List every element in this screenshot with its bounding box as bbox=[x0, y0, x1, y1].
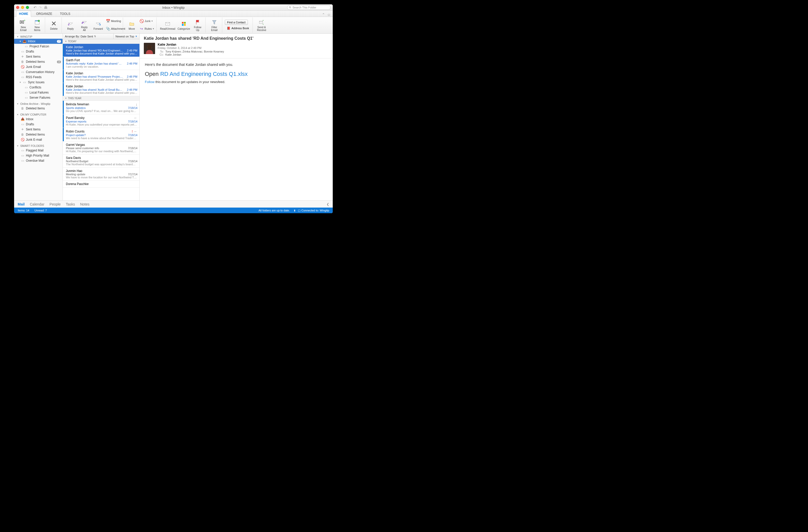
message-list[interactable]: TODAY Katie Jordan Katie Jordan has shar… bbox=[63, 39, 140, 201]
rules-button[interactable]: ↪Rules▾ bbox=[140, 25, 155, 32]
account-header-on-my-computer[interactable]: ON MY COMPUTER bbox=[14, 113, 62, 117]
folder-drafts[interactable]: ▭Drafts bbox=[14, 49, 62, 54]
filter-email-button[interactable]: Filter Email bbox=[208, 17, 220, 33]
group-this-year[interactable]: THIS YEAR bbox=[63, 96, 140, 101]
status-sync: All folders are up to date. bbox=[258, 209, 290, 212]
folder-omc-drafts[interactable]: ▭Drafts bbox=[14, 122, 62, 127]
junk-icon: 🚫 bbox=[140, 17, 144, 25]
folder-local-failures[interactable]: ▭Local Failures bbox=[14, 90, 62, 95]
to-label: To: bbox=[158, 50, 164, 53]
quick-access-toolbar: ↶ ↷ 🖶 bbox=[34, 5, 48, 10]
nav-notes[interactable]: Notes bbox=[80, 202, 90, 206]
follow-link[interactable]: Follow bbox=[145, 80, 154, 84]
message-item[interactable]: Robin Counts!← Project update?7/18/14 We… bbox=[63, 128, 140, 141]
folder-flagged-mail[interactable]: ▭Flagged Mail bbox=[14, 148, 62, 153]
collapse-ribbon-icon[interactable]: ⌃ bbox=[322, 13, 325, 17]
new-email-button[interactable]: ✉＋New Email bbox=[17, 17, 30, 33]
message-item[interactable]: Garth Fort Automatic reply: Katie Jordan… bbox=[63, 57, 140, 70]
folder-omc-deleted[interactable]: 🗑Deleted Items bbox=[14, 132, 62, 137]
redo-icon[interactable]: ↷ bbox=[39, 5, 42, 10]
print-icon[interactable]: 🖶 bbox=[44, 5, 48, 10]
follow-up-button[interactable]: Follow Up bbox=[191, 17, 204, 33]
message-item[interactable]: Junmin Hao Meeting update7/17/14 We have… bbox=[63, 168, 140, 180]
read-unread-button[interactable]: Read/Unread bbox=[159, 17, 176, 33]
follow-line: Follow this document to get updates in y… bbox=[145, 80, 328, 84]
folder-conflicts[interactable]: ▭Conflicts bbox=[14, 85, 62, 90]
folder-sent-items[interactable]: ✈Sent Items bbox=[14, 54, 62, 59]
attachment-button[interactable]: 📎Attachment bbox=[106, 25, 121, 32]
message-item[interactable]: Katie Jordan Katie Jordan has shared 'RD… bbox=[63, 44, 140, 57]
trash-icon: 🗑 bbox=[21, 107, 24, 110]
folder-oa-deleted[interactable]: 🗑Deleted Items bbox=[14, 106, 62, 111]
nav-mail[interactable]: Mail bbox=[18, 202, 24, 206]
sent-icon: ✈ bbox=[21, 55, 24, 58]
open-document-line: Open RD And Engineering Costs Q1.xlsx bbox=[145, 71, 328, 77]
rules-icon: ↪ bbox=[140, 25, 144, 32]
tab-home[interactable]: HOME bbox=[16, 11, 31, 17]
message-item[interactable]: Dorena Paschke bbox=[63, 180, 140, 188]
delete-button[interactable]: ✕Delete bbox=[48, 17, 60, 33]
svg-rect-9 bbox=[182, 24, 184, 25]
message-item[interactable]: Katie Jordan Katie Jordan has shared 'Au… bbox=[63, 83, 140, 96]
undo-icon[interactable]: ↶ bbox=[34, 5, 37, 10]
group-today[interactable]: TODAY bbox=[63, 39, 140, 44]
message-date: Friday, October 3, 2014 at 2:49 PM bbox=[158, 46, 224, 50]
new-items-button[interactable]: +New Items bbox=[31, 17, 43, 33]
maximize-icon[interactable] bbox=[26, 6, 29, 9]
smart-folders-header[interactable]: SMART FOLDERS bbox=[14, 144, 62, 148]
account-header-online-archive[interactable]: Online Archive - Wingtip bbox=[14, 102, 62, 106]
nav-calendar[interactable]: Calendar bbox=[30, 202, 44, 206]
folder-high-priority[interactable]: ▭High Priority Mail bbox=[14, 153, 62, 158]
folder-inbox[interactable]: ▼📥Inbox7 bbox=[14, 39, 62, 44]
message-item[interactable]: Sara Davis Northwind Budget7/18/14 The N… bbox=[63, 154, 140, 168]
smiley-icon[interactable]: ☺ bbox=[327, 13, 331, 17]
arrange-by-button[interactable]: Arrange By: Date Sent⇅ bbox=[63, 35, 113, 38]
folder-omc-junk[interactable]: 🚫Junk E-mail bbox=[14, 137, 62, 142]
folder-junk-email[interactable]: 🚫Junk Email bbox=[14, 64, 62, 70]
junk-button[interactable]: 🚫Junk▾ bbox=[140, 17, 155, 25]
message-item[interactable]: Pavel Bansky← Expense reports7/18/14 Hi … bbox=[63, 114, 140, 128]
folder-project-falcon[interactable]: ▭Project Falcon bbox=[14, 44, 62, 49]
folder-omc-inbox[interactable]: 📥Inbox bbox=[14, 117, 62, 122]
reply-all-button[interactable]: Reply All bbox=[78, 17, 91, 33]
minimize-icon[interactable] bbox=[21, 6, 24, 9]
meeting-button[interactable]: 📅Meeting bbox=[106, 17, 121, 25]
forward-button[interactable]: Forward bbox=[92, 17, 104, 33]
tab-organize[interactable]: ORGANIZE bbox=[34, 11, 55, 17]
search-input[interactable]: Search This Folder bbox=[287, 5, 331, 10]
sort-order-button[interactable]: Newest on Top▼ bbox=[113, 34, 140, 39]
folder-overdue[interactable]: ▭Overdue Mail bbox=[14, 158, 62, 163]
message-item[interactable]: Katie Jordan Katie Jordan has shared 'Pr… bbox=[63, 70, 140, 83]
close-icon[interactable] bbox=[16, 6, 19, 9]
nav-people[interactable]: People bbox=[50, 202, 61, 206]
categorize-button[interactable]: Categorize bbox=[178, 17, 190, 33]
send-receive-button[interactable]: Send & Receive bbox=[255, 17, 268, 33]
folder-server-failures[interactable]: ▭Server Failures bbox=[14, 95, 62, 100]
address-book-button[interactable]: 📕Address Book bbox=[225, 26, 251, 31]
move-button[interactable]: Move bbox=[126, 17, 138, 33]
ribbon-tabs: HOME ORGANIZE TOOLS ⌃ ☺ bbox=[14, 11, 333, 17]
tab-tools[interactable]: TOOLS bbox=[57, 11, 73, 17]
title-bar: ↶ ↷ 🖶 Inbox • Wingtip Search This Folder bbox=[14, 4, 333, 11]
folder-rss-feeds[interactable]: ▭RSS Feeds bbox=[14, 75, 62, 80]
svg-rect-10 bbox=[184, 24, 186, 25]
account-header-wingtip[interactable]: WINGTIP bbox=[14, 35, 62, 39]
inbox-icon: 📥 bbox=[23, 40, 26, 43]
status-items: Items: 14 bbox=[18, 209, 29, 212]
folder-deleted-items[interactable]: 🗑Deleted Items3 bbox=[14, 59, 62, 64]
message-item[interactable]: Belinda Newman↓ Sports statistics7/18/14… bbox=[63, 101, 140, 114]
reply-button[interactable]: Reply bbox=[65, 17, 77, 33]
folder-move-icon bbox=[128, 20, 135, 27]
folder-sync-issues[interactable]: ▼▭Sync Issues bbox=[14, 80, 62, 85]
svg-rect-8 bbox=[184, 22, 186, 23]
open-document-link[interactable]: RD And Engineering Costs Q1.xlsx bbox=[160, 71, 247, 77]
book-icon: 📕 bbox=[227, 27, 231, 30]
folder-omc-sent[interactable]: ✈Sent Items bbox=[14, 127, 62, 132]
collapse-icon[interactable]: ❮ bbox=[327, 203, 329, 206]
find-contact-button[interactable]: Find a Contact bbox=[225, 20, 248, 25]
message-item[interactable]: Garret Vargas Please send customer info7… bbox=[63, 141, 140, 154]
folder-conversation-history[interactable]: ▭Conversation History bbox=[14, 70, 62, 75]
calendar-icon: 📅 bbox=[106, 17, 110, 25]
nav-tasks[interactable]: Tasks bbox=[66, 202, 75, 206]
funnel-icon bbox=[211, 19, 218, 26]
